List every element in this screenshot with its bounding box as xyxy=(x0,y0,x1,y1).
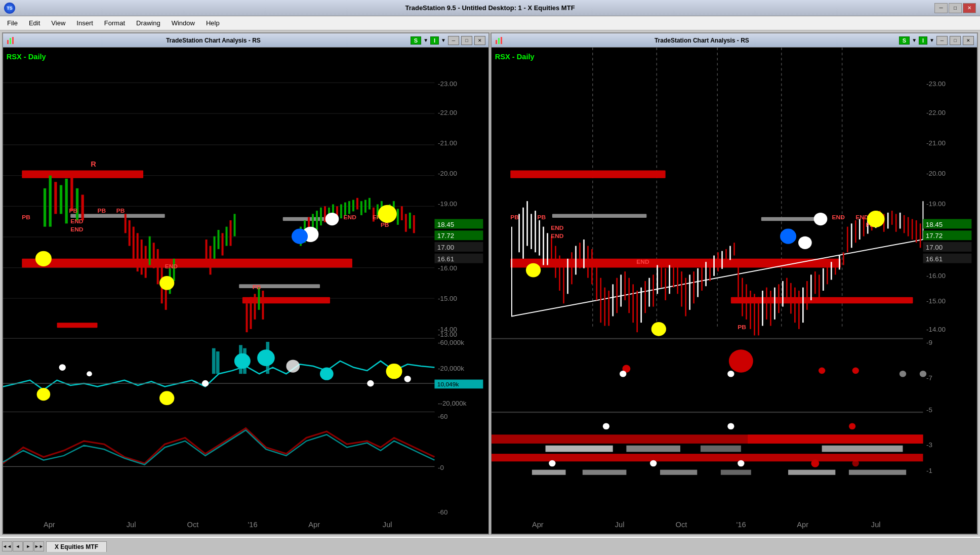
svg-point-288 xyxy=(729,349,753,372)
chart-i-button-1[interactable]: I xyxy=(430,36,439,45)
svg-rect-219 xyxy=(721,251,723,269)
svg-point-98 xyxy=(159,276,174,290)
chart-body-1: R PB PB PB END END END PB PB END END PB xyxy=(3,48,488,534)
svg-rect-302 xyxy=(626,446,680,452)
svg-text:-22.00: -22.00 xyxy=(926,109,946,116)
chart-icon-2 xyxy=(495,35,505,46)
svg-point-117 xyxy=(257,349,275,366)
menu-edit[interactable]: Edit xyxy=(24,18,45,28)
svg-rect-25 xyxy=(76,188,78,220)
menu-format[interactable]: Format xyxy=(99,18,130,28)
svg-rect-181 xyxy=(567,259,568,294)
svg-rect-52 xyxy=(262,291,264,320)
svg-rect-178 xyxy=(555,246,556,278)
svg-rect-208 xyxy=(677,265,678,294)
menu-file[interactable]: File xyxy=(2,18,23,28)
svg-rect-42 xyxy=(214,236,216,259)
nav-next-button[interactable]: ► xyxy=(23,541,33,551)
minimize-button[interactable]: ─ xyxy=(934,3,948,13)
chart-s-button-1[interactable]: S xyxy=(411,36,421,45)
svg-text:-5: -5 xyxy=(926,406,932,414)
chart-maximize-2[interactable]: □ xyxy=(950,36,961,45)
chart-body-2: PB PB PB END END END END END PB PB xyxy=(492,48,977,534)
chart-close-1[interactable]: ✕ xyxy=(474,36,485,45)
svg-rect-69 xyxy=(364,200,366,213)
svg-point-112 xyxy=(404,376,411,382)
svg-rect-63 xyxy=(340,204,342,218)
chart-s-button-2[interactable]: S xyxy=(899,36,910,45)
svg-rect-300 xyxy=(748,434,923,444)
menu-insert[interactable]: Insert xyxy=(71,18,98,28)
svg-text:-15.00: -15.00 xyxy=(926,298,946,305)
close-button[interactable]: ✕ xyxy=(963,3,976,13)
chart-maximize-1[interactable]: □ xyxy=(461,36,472,45)
chart-minimize-2[interactable]: ─ xyxy=(936,36,948,45)
svg-text:-1: -1 xyxy=(926,467,932,474)
svg-point-289 xyxy=(852,368,859,374)
svg-rect-104 xyxy=(216,351,220,374)
nav-last-button[interactable]: ►► xyxy=(34,541,44,551)
chart-canvas-2[interactable]: PB PB PB END END END END END PB PB xyxy=(492,48,977,534)
svg-rect-266 xyxy=(912,219,913,240)
chart-titlebar-2: TradeStation Chart Analysis - RS S ▼ I ▼… xyxy=(492,33,977,48)
svg-rect-192 xyxy=(612,284,614,316)
workspace-tab[interactable]: X Equities MTF xyxy=(46,541,107,552)
svg-rect-313 xyxy=(660,470,697,475)
svg-text:'16: '16 xyxy=(736,521,746,529)
svg-text:17.72: 17.72 xyxy=(926,232,943,240)
svg-point-308 xyxy=(738,460,744,467)
svg-rect-77 xyxy=(397,209,399,225)
svg-rect-196 xyxy=(628,278,630,313)
svg-point-310 xyxy=(852,460,859,467)
svg-rect-177 xyxy=(551,236,552,262)
svg-rect-303 xyxy=(701,446,741,452)
svg-point-115 xyxy=(386,364,402,379)
svg-rect-285 xyxy=(492,339,923,412)
menu-window[interactable]: Window xyxy=(167,18,200,28)
svg-rect-176 xyxy=(547,233,548,265)
chart-title-1: TradeStation Chart Analysis - RS xyxy=(18,37,409,44)
main-area: TradeStation Chart Analysis - RS S ▼ I ▼… xyxy=(0,30,980,537)
svg-rect-239 xyxy=(802,288,804,323)
svg-text:Apr: Apr xyxy=(308,521,320,529)
nav-first-button[interactable]: ◄◄ xyxy=(2,541,12,551)
menu-drawing[interactable]: Drawing xyxy=(131,18,166,28)
svg-rect-250 xyxy=(847,227,848,253)
svg-text:END: END xyxy=(551,233,563,240)
maximize-button[interactable]: □ xyxy=(949,3,962,13)
svg-rect-167 xyxy=(552,214,646,218)
svg-point-294 xyxy=(920,371,926,377)
svg-rect-26 xyxy=(81,195,84,221)
svg-rect-316 xyxy=(849,470,906,475)
svg-rect-263 xyxy=(900,213,901,229)
svg-rect-206 xyxy=(669,265,670,294)
svg-text:Jul: Jul xyxy=(383,521,392,529)
svg-rect-186 xyxy=(587,246,589,278)
menu-help[interactable]: Help xyxy=(201,18,225,28)
chart-close-2[interactable]: ✕ xyxy=(963,36,974,45)
svg-point-293 xyxy=(900,371,906,377)
chart-i-button-2[interactable]: I xyxy=(919,36,927,45)
svg-rect-15 xyxy=(57,323,98,328)
svg-rect-224 xyxy=(742,278,743,316)
svg-rect-241 xyxy=(810,274,812,300)
svg-rect-203 xyxy=(657,265,658,294)
svg-text:END: END xyxy=(165,263,178,269)
svg-rect-199 xyxy=(640,288,642,323)
svg-point-118 xyxy=(320,368,334,380)
svg-text:16.61: 16.61 xyxy=(926,255,943,263)
svg-point-116 xyxy=(234,353,251,369)
chart-minimize-1[interactable]: ─ xyxy=(448,36,459,45)
svg-rect-233 xyxy=(778,284,780,313)
menu-view[interactable]: View xyxy=(46,18,70,28)
svg-text:-20.00: -20.00 xyxy=(926,170,946,177)
svg-rect-197 xyxy=(632,284,634,323)
taskbar-nav: ◄◄ ◄ ► ►► xyxy=(2,541,44,551)
svg-rect-253 xyxy=(859,219,861,240)
svg-rect-247 xyxy=(835,259,836,275)
nav-prev-button[interactable]: ◄ xyxy=(13,541,23,551)
svg-rect-65 xyxy=(348,201,350,214)
chart-canvas-1[interactable]: R PB PB PB END END END PB PB END END PB xyxy=(3,48,488,534)
svg-rect-39 xyxy=(173,259,175,281)
svg-point-111 xyxy=(367,380,374,387)
